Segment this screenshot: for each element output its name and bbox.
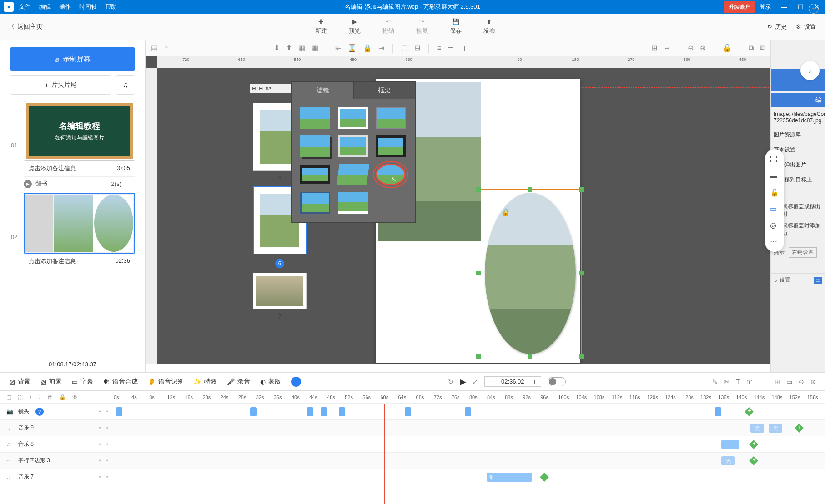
zoom-out-icon[interactable]: ⊖ [688, 44, 694, 52]
resize-handle[interactable] [528, 187, 532, 192]
target-icon[interactable]: ◎ [770, 221, 779, 229]
layers-icon[interactable]: ▬ [770, 172, 779, 180]
align-icon[interactable]: ⫼ [460, 44, 467, 52]
frame-option[interactable] [300, 192, 330, 214]
paste-icon[interactable]: ⧉ [760, 44, 765, 52]
record-screen-button[interactable]: ⎚ 录制屏幕 [10, 47, 135, 71]
tl-tool-icon[interactable]: ↑ [29, 394, 32, 400]
scene-thumb-1[interactable]: 名编辑教程 如何添加与编辑图片 [24, 101, 135, 161]
screen-icon[interactable]: ▭ [770, 205, 779, 213]
menu-image-lib[interactable]: 图片资源库 [771, 127, 825, 142]
minimize-button[interactable]: — [776, 3, 792, 10]
track-dot[interactable]: • [99, 458, 101, 464]
keyframe-diamond[interactable] [749, 456, 758, 465]
tool-icon[interactable]: ▢ [401, 44, 408, 52]
page-icon[interactable]: ▤ [151, 44, 158, 52]
home-icon[interactable]: ⌂ [164, 44, 169, 52]
redo-button[interactable]: ↷恢复 [416, 18, 428, 35]
timeline-track[interactable]: ♫ 音乐 7 ••无 [0, 469, 825, 485]
fullscreen-icon[interactable]: ⤢ [473, 378, 478, 385]
timeline-clip[interactable]: 无 [721, 456, 735, 465]
text-tool-icon[interactable]: T [736, 378, 740, 385]
track-dot[interactable]: • [99, 441, 101, 448]
frame-option[interactable] [376, 135, 406, 157]
preview-button[interactable]: ▶预览 [349, 18, 361, 35]
tool-icon[interactable]: 🔒 [363, 44, 372, 52]
resize-handle[interactable] [579, 271, 584, 275]
filter-tab[interactable]: 滤镜 [292, 82, 354, 99]
history-button[interactable]: ↻历史 [767, 23, 787, 31]
align-tool-icon[interactable]: ▦ [298, 44, 305, 52]
back-to-home[interactable]: 〈 返回主页 [8, 23, 43, 31]
track-dot[interactable]: • [99, 409, 101, 415]
keyframe-diamond[interactable] [795, 424, 804, 433]
track-dot[interactable]: • [106, 474, 108, 480]
track-dot[interactable]: • [106, 458, 108, 464]
tl-tool-icon[interactable]: 👁 [72, 394, 78, 400]
tool-icon[interactable]: ⇤ [335, 44, 341, 52]
tool-icon[interactable]: ⌛ [347, 44, 357, 52]
resize-handle[interactable] [476, 187, 481, 192]
transition-row[interactable]: ▶翻书 2(s) [10, 177, 135, 193]
record-audio-button[interactable]: 🎤录音 [227, 378, 250, 386]
tool-icon[interactable]: ↔ [664, 44, 671, 52]
unlock-icon[interactable]: 🔓 [770, 188, 779, 196]
menu-help[interactable]: 帮助 [105, 3, 117, 11]
collapse-canvas[interactable]: ⌄ [146, 364, 770, 372]
add-track-button[interactable]: + [809, 4, 819, 14]
edit-bar[interactable]: 编 [771, 93, 825, 107]
timeline-track[interactable]: ♫ 音乐 8 •• [0, 436, 825, 453]
more-bubble[interactable] [291, 377, 301, 387]
time-plus[interactable]: + [529, 378, 541, 385]
timeline-track[interactable]: ▱ 平行四边形 3 ••无 [0, 453, 825, 469]
frame-option-oval-selected[interactable] [376, 164, 406, 185]
timeline-clip[interactable] [321, 407, 327, 416]
bg-button[interactable]: ▨背景 [9, 378, 30, 386]
tl-tool-icon[interactable]: ⬚ [6, 394, 11, 400]
crop-icon[interactable]: ⛶ [770, 155, 779, 164]
zoom-in-icon[interactable]: ⊕ [700, 44, 706, 52]
head-tail-button[interactable]: +片头片尾 [10, 75, 111, 95]
selection-box[interactable]: 🔒 [478, 189, 582, 357]
mask-button[interactable]: ◐蒙版 [260, 378, 281, 386]
align-tool-icon[interactable]: ⬇ [274, 44, 280, 52]
timeline-clip[interactable] [405, 407, 411, 416]
timeline-clip[interactable]: 无 [769, 424, 782, 433]
frame-option[interactable] [338, 107, 368, 129]
asr-button[interactable]: 👂语音识别 [148, 378, 184, 386]
menu-edit[interactable]: 编辑 [39, 3, 51, 11]
timeline-clip[interactable] [116, 407, 122, 416]
timeline-clip[interactable] [465, 407, 471, 416]
zoom-tool-icon[interactable]: ▭ [786, 378, 792, 385]
track-dot[interactable]: • [106, 409, 108, 415]
resize-handle[interactable] [476, 271, 481, 275]
frame-option[interactable] [338, 135, 368, 157]
timeline-clip[interactable] [715, 407, 721, 416]
fg-button[interactable]: ▧前景 [40, 378, 62, 386]
align-tool-icon[interactable]: ⬆ [286, 44, 292, 52]
timeline-clip[interactable]: 无 [750, 424, 764, 433]
settings-collapse[interactable]: ⌄ 设置 [774, 276, 790, 284]
thumbnail-icon[interactable]: ▭ [814, 277, 822, 284]
frame-option[interactable] [300, 165, 330, 184]
track-dot[interactable]: • [99, 425, 101, 431]
frame-option[interactable] [300, 135, 330, 157]
timeline-clip[interactable] [250, 407, 257, 416]
menu-timeline[interactable]: 时间轴 [79, 3, 97, 11]
timeline-track[interactable]: 📷 镜头 ? •• [0, 404, 825, 420]
frame-option[interactable] [337, 164, 370, 185]
timeline-clip[interactable] [721, 440, 739, 449]
new-button[interactable]: ✚新建 [315, 18, 327, 35]
toggle-switch[interactable] [548, 377, 566, 386]
tool-icon[interactable]: ⊟ [414, 44, 420, 52]
frame-option[interactable] [338, 192, 368, 214]
publish-button[interactable]: ⬆发布 [483, 18, 495, 35]
zoom-tool-icon[interactable]: ⊖ [799, 378, 804, 385]
more-icon[interactable]: ⋯ [770, 237, 779, 245]
edit-tool-icon[interactable]: ✎ [712, 378, 718, 385]
copy-icon[interactable]: ⧉ [749, 44, 754, 52]
tts-button[interactable]: 🗣语音合成 [103, 378, 138, 386]
timeline-clip[interactable]: 无 [487, 473, 532, 482]
login-button[interactable]: 登录 [755, 1, 776, 13]
zoom-tool-icon[interactable]: ⊞ [775, 378, 780, 385]
